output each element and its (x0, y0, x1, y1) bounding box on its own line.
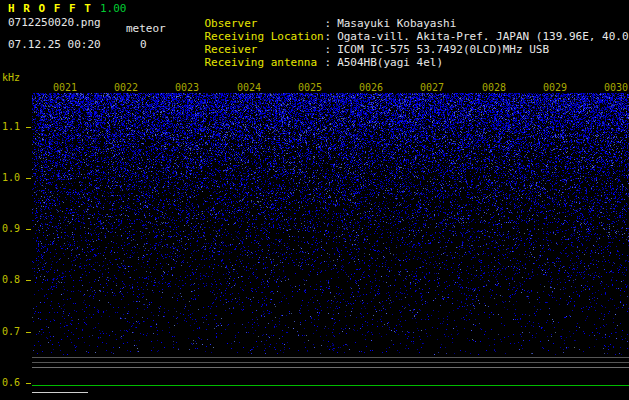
output-filename: 0712250020.png (8, 17, 101, 29)
freq-label: 0.8 (2, 274, 20, 286)
meteor-count: 0 (140, 39, 147, 51)
level-grid-line (32, 357, 629, 358)
app-title: H R O F F T (8, 3, 92, 15)
level-grid-line (32, 362, 629, 363)
mode-label: meteor (126, 23, 166, 35)
freq-label: 1.1 (2, 121, 20, 133)
y-axis-tick (26, 229, 31, 230)
spectrogram-noise-canvas (32, 93, 629, 355)
y-axis-unit-label: kHz (2, 72, 20, 84)
freq-label: 0.9 (2, 223, 20, 235)
app-version: 1.00 (100, 3, 127, 15)
hrofft-screen: H R O F F T 1.00 0712250020.png meteor 0… (0, 0, 629, 400)
freq-label: 1.0 (2, 172, 20, 184)
timestamp: 07.12.25 00:20 (8, 39, 101, 51)
y-axis-tick (26, 383, 31, 384)
y-axis-tick (26, 332, 31, 333)
info-row-antenna: Receiving antenna:A504HB(yagi 4el) (178, 45, 443, 81)
y-axis-tick (26, 280, 31, 281)
freq-label: 0.6 (2, 377, 20, 389)
y-axis-tick (26, 178, 31, 179)
signal-trace-segment (32, 392, 88, 393)
info-label: Receiving antenna (205, 57, 325, 69)
info-separator: : (325, 56, 332, 69)
info-value: A504HB(yagi 4el) (337, 56, 443, 69)
level-grid-line (32, 367, 629, 368)
y-axis-tick (26, 127, 31, 128)
freq-label: 0.7 (2, 326, 20, 338)
noise-floor-trace (32, 385, 629, 386)
